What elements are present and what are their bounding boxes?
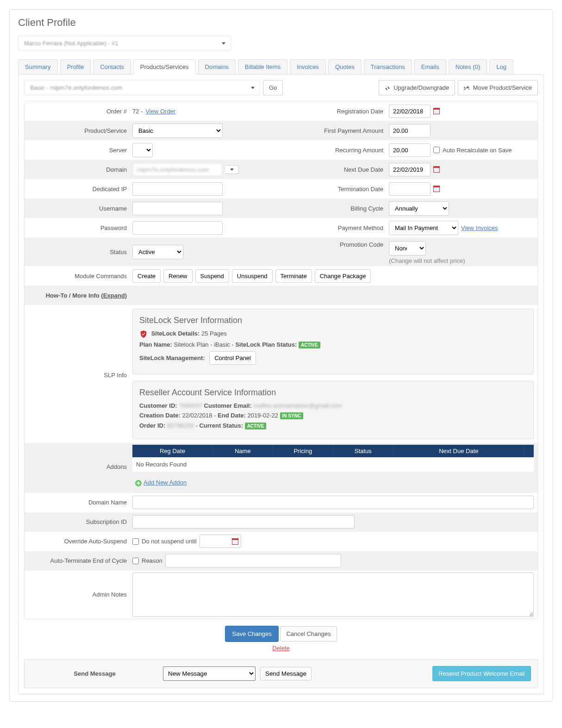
auto-recalc-checkbox[interactable]: [433, 147, 440, 153]
send-message-panel: Send Message New Message Send Message Re…: [24, 659, 538, 688]
payment-select[interactable]: Mail In Payment: [389, 221, 458, 235]
reseller-title: Reseller Account Service Information: [139, 388, 527, 398]
server-select[interactable]: [132, 143, 153, 157]
caret-down-icon: [251, 87, 255, 89]
renew-button[interactable]: Renew: [163, 269, 192, 283]
view-invoices-link[interactable]: View Invoices: [461, 224, 498, 231]
message-select[interactable]: New Message: [163, 666, 256, 681]
tab-profile[interactable]: Profile: [60, 59, 91, 74]
caret-down-icon: [222, 42, 225, 44]
tab-notes[interactable]: Notes (0): [449, 59, 487, 74]
calendar-icon[interactable]: [232, 538, 238, 545]
view-order-link[interactable]: View Order: [145, 108, 175, 115]
tab-summary[interactable]: Summary: [18, 59, 58, 74]
promo-select[interactable]: None: [389, 241, 426, 255]
reason-label: Reason: [142, 557, 162, 564]
autoterm-checkbox[interactable]: [132, 558, 139, 564]
dedicated-ip-label: Dedicated IP: [28, 186, 132, 193]
order-value: 72 -: [132, 108, 143, 115]
form-actions: Save Changes Cancel Changes Delete: [24, 619, 538, 654]
change-package-button[interactable]: Change Package: [315, 269, 371, 283]
calendar-icon[interactable]: [433, 186, 440, 192]
status-select[interactable]: Active: [132, 245, 183, 259]
override-checkbox[interactable]: [132, 538, 139, 545]
domain-dropdown-button[interactable]: [225, 165, 239, 174]
tab-products-services[interactable]: Products/Services: [133, 59, 196, 75]
addons-table: Reg Date Name Pricing Status Next Due Da…: [132, 445, 534, 472]
unsuspend-button[interactable]: Unsuspend: [232, 269, 273, 283]
control-panel-button[interactable]: Control Panel: [209, 351, 256, 365]
col-blank: [525, 445, 534, 457]
add-new-addon-link[interactable]: Add New Addon: [144, 479, 187, 486]
client-selector[interactable]: Marco Ferrara (Not Applicable) - #1: [18, 36, 231, 51]
domain-name-input[interactable]: [132, 496, 534, 509]
dedicated-ip-input[interactable]: [132, 182, 223, 196]
reg-date-input[interactable]: [389, 105, 431, 118]
suspend-button[interactable]: Suspend: [195, 269, 229, 283]
tab-billable-items[interactable]: Billable Items: [238, 59, 287, 74]
tab-invoices[interactable]: Invoices: [290, 59, 326, 74]
product-label: Product/Service: [28, 127, 132, 134]
product-selector[interactable]: Basic - rslpm7e.onlyfordemos.com: [24, 80, 260, 95]
password-input[interactable]: [132, 221, 223, 235]
active-badge: ACTIVE: [245, 423, 267, 429]
tab-emails[interactable]: Emails: [414, 59, 446, 74]
shuffle-icon: [464, 86, 469, 91]
cancel-button[interactable]: Cancel Changes: [280, 626, 337, 641]
product-select-dropdown[interactable]: Basic - rslpm7e.onlyfordemos.com: [24, 80, 260, 95]
tab-domains[interactable]: Domains: [198, 59, 236, 74]
admin-notes-textarea[interactable]: [132, 572, 534, 617]
send-message-button[interactable]: Send Message: [260, 667, 312, 680]
termination-input[interactable]: [389, 182, 431, 196]
tab-log[interactable]: Log: [489, 59, 513, 74]
product-select[interactable]: Basic: [132, 124, 223, 138]
create-button[interactable]: Create: [132, 269, 161, 283]
form-panel: Order # 72 - View Order Registration Dat…: [24, 101, 538, 619]
tab-transactions[interactable]: Transactions: [364, 59, 412, 74]
server-label: Server: [28, 147, 132, 154]
client-select-dropdown[interactable]: Marco Ferrara (Not Applicable) - #1: [18, 36, 231, 51]
terminate-button[interactable]: Terminate: [275, 269, 312, 283]
shield-icon: [139, 330, 148, 338]
refresh-icon: [385, 86, 390, 91]
col-next-due: Next Due Date: [393, 445, 524, 457]
recurring-input[interactable]: [389, 143, 431, 157]
resend-welcome-button[interactable]: Resend Product Welcome Email: [432, 666, 531, 681]
subscription-label: Subscription ID: [28, 518, 132, 525]
upgrade-downgrade-button[interactable]: Upgrade/Downgrade: [379, 80, 456, 95]
col-reg-date: Reg Date: [132, 445, 212, 457]
sitelock-title: SiteLock Server Information: [139, 316, 527, 325]
slp-info-label: SLP Info: [28, 307, 132, 441]
termination-label: Termination Date: [285, 186, 389, 193]
move-product-button[interactable]: Move Product/Service: [458, 80, 538, 95]
reason-input[interactable]: [165, 554, 341, 567]
billing-select[interactable]: Annually: [389, 201, 449, 216]
go-button[interactable]: Go: [263, 80, 283, 95]
product-toolbar: Basic - rslpm7e.onlyfordemos.com Go Upgr…: [24, 80, 538, 95]
calendar-icon[interactable]: [433, 166, 440, 173]
plus-icon: [135, 480, 142, 486]
howto-label: How-To / More Info (Expand): [28, 292, 132, 299]
save-button[interactable]: Save Changes: [225, 626, 278, 642]
auto-recalc-label: Auto Recalculate on Save: [443, 147, 512, 154]
username-input[interactable]: [132, 202, 223, 215]
domain-input[interactable]: [132, 163, 223, 176]
order-label: Order #: [28, 108, 132, 115]
domain-label: Domain: [28, 166, 132, 173]
next-due-label: Next Due Date: [285, 166, 389, 173]
first-pay-input[interactable]: [389, 124, 431, 137]
next-due-input[interactable]: [389, 163, 431, 176]
reseller-panel: Reseller Account Service Information Cus…: [132, 381, 534, 439]
module-commands-label: Module Commands: [28, 273, 132, 280]
calendar-icon[interactable]: [433, 108, 440, 114]
subscription-input[interactable]: [132, 515, 355, 529]
expand-link[interactable]: Expand: [103, 292, 125, 299]
username-label: Username: [28, 205, 132, 212]
sync-badge: IN SYNC: [280, 412, 304, 419]
tab-quotes[interactable]: Quotes: [328, 59, 362, 74]
tab-contacts[interactable]: Contacts: [93, 59, 131, 74]
override-check-label: Do not suspend until: [142, 538, 197, 545]
promo-label: Promotion Code: [285, 241, 389, 248]
delete-link[interactable]: Delete: [24, 645, 538, 652]
no-records: No Records Found: [132, 457, 534, 472]
